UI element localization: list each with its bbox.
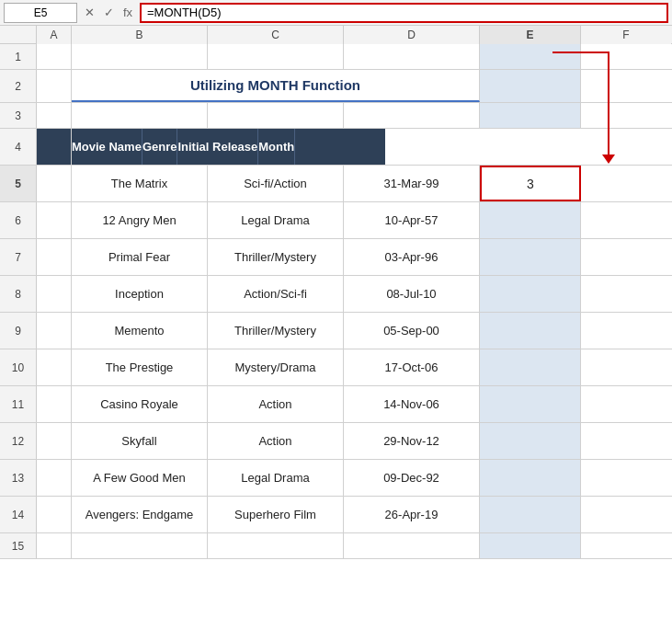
cell-c6[interactable]: Legal Drama	[208, 202, 344, 238]
cell-c8[interactable]: Action/Sci-fi	[208, 276, 344, 312]
row-num-7[interactable]: 7	[0, 239, 37, 275]
col-header-c[interactable]: C	[208, 26, 344, 44]
cell-b9[interactable]: Memento	[72, 313, 208, 349]
cell-d15[interactable]	[344, 533, 480, 558]
cell-d6[interactable]: 10-Apr-57	[344, 202, 480, 238]
cell-a14[interactable]	[37, 497, 72, 532]
cell-a4[interactable]	[37, 129, 72, 165]
cell-f9[interactable]	[581, 313, 671, 349]
cell-d3[interactable]	[344, 103, 480, 128]
row-num-11[interactable]: 11	[0, 386, 37, 422]
cell-a9[interactable]	[37, 313, 72, 349]
cell-c14[interactable]: Superhero Film	[208, 497, 344, 532]
cell-c10[interactable]: Mystery/Drama	[208, 349, 344, 385]
cell-b1[interactable]	[72, 44, 208, 69]
row-num-10[interactable]: 10	[0, 349, 37, 385]
cell-d10[interactable]: 17-Oct-06	[344, 349, 480, 385]
cell-f3[interactable]	[581, 103, 671, 128]
cell-e13[interactable]	[480, 460, 581, 496]
cell-b13[interactable]: A Few Good Men	[72, 460, 208, 496]
row-num-13[interactable]: 13	[0, 460, 37, 496]
col-header-a[interactable]: A	[37, 26, 72, 44]
cell-e2[interactable]	[480, 70, 581, 102]
cell-b11[interactable]: Casino Royale	[72, 386, 208, 422]
cell-d9[interactable]: 05-Sep-00	[344, 313, 480, 349]
cell-a2[interactable]	[37, 70, 72, 102]
col-header-b[interactable]: B	[72, 26, 208, 44]
cell-a6[interactable]	[37, 202, 72, 238]
cell-reference-box[interactable]: E5	[4, 3, 77, 23]
cell-b5[interactable]: The Matrix	[72, 166, 208, 201]
cell-d7[interactable]: 03-Apr-96	[344, 239, 480, 275]
cell-e8[interactable]	[480, 276, 581, 312]
cell-b10[interactable]: The Prestige	[72, 349, 208, 385]
cell-d12[interactable]: 29-Nov-12	[344, 423, 480, 459]
cell-d5[interactable]: 31-Mar-99	[344, 166, 480, 201]
cell-c3[interactable]	[208, 103, 344, 128]
cell-c7[interactable]: Thriller/Mystery	[208, 239, 344, 275]
cell-b3[interactable]	[72, 103, 208, 128]
header-genre[interactable]: Genre	[142, 129, 178, 165]
cell-f6[interactable]	[581, 202, 671, 238]
cell-d1[interactable]	[344, 44, 480, 69]
header-initial-release[interactable]: Initial Release	[177, 129, 258, 165]
cell-f12[interactable]	[581, 423, 671, 459]
cell-e6[interactable]	[480, 202, 581, 238]
header-month[interactable]: Month	[258, 129, 295, 165]
cell-a15[interactable]	[37, 533, 72, 558]
row-num-9[interactable]: 9	[0, 313, 37, 349]
cell-f1[interactable]	[581, 44, 671, 69]
fx-icon[interactable]: fx	[120, 6, 136, 19]
cell-e5-active[interactable]: 3	[480, 166, 581, 201]
cell-d13[interactable]: 09-Dec-92	[344, 460, 480, 496]
row-num-6[interactable]: 6	[0, 202, 37, 238]
cell-f13[interactable]	[581, 460, 671, 496]
cell-f15[interactable]	[581, 533, 671, 558]
cell-a12[interactable]	[37, 423, 72, 459]
cell-d11[interactable]: 14-Nov-06	[344, 386, 480, 422]
cell-b7[interactable]: Primal Fear	[72, 239, 208, 275]
row-num-8[interactable]: 8	[0, 276, 37, 312]
row-num-2[interactable]: 2	[0, 70, 37, 102]
cell-a3[interactable]	[37, 103, 72, 128]
row-num-1[interactable]: 1	[0, 44, 37, 69]
cell-c11[interactable]: Action	[208, 386, 344, 422]
cell-f7[interactable]	[581, 239, 671, 275]
row-num-14[interactable]: 14	[0, 497, 37, 532]
cell-f2[interactable]	[581, 70, 671, 102]
cancel-icon[interactable]: ✕	[81, 6, 97, 19]
cell-e12[interactable]	[480, 423, 581, 459]
cell-e15[interactable]	[480, 533, 581, 558]
row-num-15[interactable]: 15	[0, 533, 37, 558]
formula-input[interactable]	[140, 3, 668, 23]
cell-a5[interactable]	[37, 166, 72, 201]
cell-e11[interactable]	[480, 386, 581, 422]
cell-e9[interactable]	[480, 313, 581, 349]
cell-f14[interactable]	[581, 497, 671, 532]
cell-e10[interactable]	[480, 349, 581, 385]
cell-a8[interactable]	[37, 276, 72, 312]
cell-f5[interactable]	[581, 166, 671, 201]
cell-a7[interactable]	[37, 239, 72, 275]
cell-a11[interactable]	[37, 386, 72, 422]
cell-a10[interactable]	[37, 349, 72, 385]
cell-f8[interactable]	[581, 276, 671, 312]
cell-c13[interactable]: Legal Drama	[208, 460, 344, 496]
cell-c5[interactable]: Sci-fi/Action	[208, 166, 344, 201]
cell-c12[interactable]: Action	[208, 423, 344, 459]
cell-a1[interactable]	[37, 44, 72, 69]
confirm-icon[interactable]: ✓	[100, 6, 117, 19]
row-num-5[interactable]: 5	[0, 166, 37, 201]
row-num-4[interactable]: 4	[0, 129, 37, 165]
cell-c1[interactable]	[208, 44, 344, 69]
cell-b14[interactable]: Avengers: Endgame	[72, 497, 208, 532]
cell-e3[interactable]	[480, 103, 581, 128]
cell-a13[interactable]	[37, 460, 72, 496]
col-header-e[interactable]: E	[480, 26, 581, 44]
cell-e7[interactable]	[480, 239, 581, 275]
col-header-f[interactable]: F	[581, 26, 671, 44]
cell-b15[interactable]	[72, 533, 208, 558]
cell-c15[interactable]	[208, 533, 344, 558]
cell-b6[interactable]: 12 Angry Men	[72, 202, 208, 238]
cell-d8[interactable]: 08-Jul-10	[344, 276, 480, 312]
